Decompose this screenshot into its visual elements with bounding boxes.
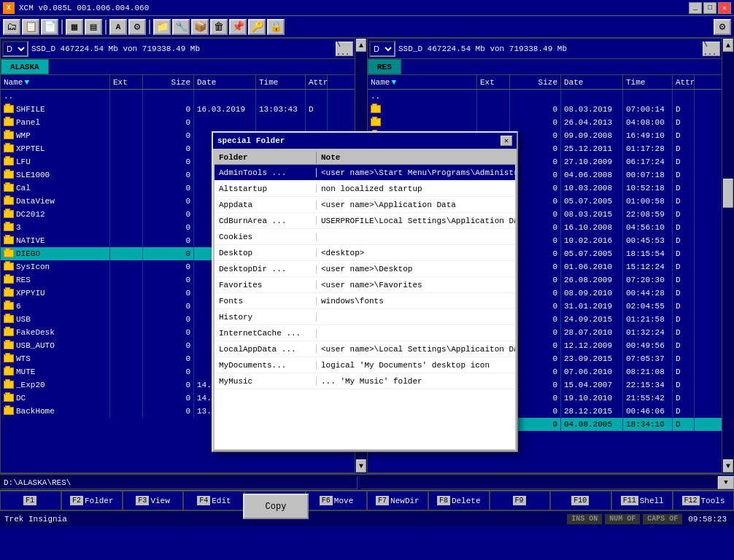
left-col-date[interactable]: Date	[194, 75, 256, 89]
dialog-row[interactable]: Desktop<desktop>	[215, 245, 515, 261]
dialog-row[interactable]: Altstartupnon localized startup	[215, 181, 515, 197]
fkey-f3[interactable]: F3View	[123, 491, 184, 510]
toolbar-btn-9[interactable]: 🔧	[172, 19, 190, 35]
toolbar-btn-1[interactable]: 🗂	[3, 19, 20, 35]
left-col-time[interactable]: Time	[256, 75, 306, 89]
dialog-close-button[interactable]: ✕	[501, 136, 512, 146]
toolbar-btn-12[interactable]: 📌	[229, 19, 247, 35]
dialog-row[interactable]: AdminTools ...<user name>\Start Menu\Pro…	[215, 165, 515, 181]
right-file-date: 09.09.2008	[561, 129, 623, 142]
path-expand-btn[interactable]: ▼	[718, 476, 734, 489]
toolbar-sep-3	[149, 20, 150, 34]
folder-icon	[4, 302, 14, 310]
toolbar-btn-5[interactable]: ▤	[85, 19, 102, 35]
dialog-row[interactable]: DesktopDir ...<user name>\Desktop	[215, 261, 515, 277]
copy-label: Copy	[266, 502, 287, 512]
num-badge: NUM OF	[605, 514, 640, 524]
right-col-name[interactable]: Name ▼	[368, 75, 477, 89]
dialog-row[interactable]: Fontswindows\fonts	[215, 293, 515, 309]
toolbar-btn-3[interactable]: 📄	[41, 19, 58, 35]
left-nav-btn[interactable]: \ ...	[336, 42, 353, 56]
toolbar-btn-8[interactable]: 📁	[153, 19, 171, 35]
dialog-row[interactable]: Appdata<user name>\Application Data	[215, 197, 515, 213]
right-nav-btn[interactable]: \ ...	[703, 42, 720, 56]
dialog-note-cell: <user name>\Desktop	[317, 265, 515, 273]
dialog-row[interactable]: InternetCache ...	[215, 325, 515, 341]
dialog-row[interactable]: History	[215, 309, 515, 325]
right-scrollbar[interactable]: ▲ ▼	[722, 38, 734, 473]
toolbar-btn-2[interactable]: 📋	[22, 19, 39, 35]
fkey-f6[interactable]: F6Move	[306, 491, 367, 510]
left-col-size[interactable]: Size	[143, 75, 194, 89]
right-col-time[interactable]: Time	[623, 75, 673, 89]
right-file-row[interactable]: ..	[368, 90, 722, 103]
toolbar-btn-settings[interactable]: ⚙	[714, 19, 731, 35]
scroll-up-btn[interactable]: ▲	[356, 39, 366, 52]
fkey-f12[interactable]: F12Tools	[673, 491, 734, 510]
right-col-size[interactable]: Size	[510, 75, 561, 89]
folder-icon	[4, 354, 14, 362]
right-tab-res[interactable]: RES	[368, 59, 401, 74]
toolbar-btn-10[interactable]: 📦	[191, 19, 209, 35]
status-bar: Trek Insignia INS ON NUM OF CAPS OF 09:5…	[0, 510, 734, 526]
left-file-attr	[306, 116, 328, 129]
left-file-row[interactable]: Panel0	[1, 116, 355, 129]
copy-button[interactable]: Copy	[243, 494, 309, 519]
close-button[interactable]: ✕	[718, 2, 731, 14]
right-scroll-thumb[interactable]	[723, 179, 733, 208]
right-scroll-down-btn[interactable]: ▼	[723, 459, 733, 472]
left-tab-alaska[interactable]: ALASKA	[1, 59, 49, 74]
right-scroll-up-btn[interactable]: ▲	[723, 39, 733, 52]
fkey-f8[interactable]: F8Delete	[428, 491, 490, 510]
right-file-row[interactable]: 026.04.201304:08:00D	[368, 116, 722, 129]
fkey-f9[interactable]: F9	[490, 491, 551, 510]
left-file-ext	[110, 195, 143, 208]
left-path-input[interactable]	[0, 476, 358, 489]
right-drive-select[interactable]: D C	[369, 41, 395, 57]
right-col-date[interactable]: Date	[561, 75, 623, 89]
left-file-size: 0	[143, 155, 194, 168]
right-col-attr[interactable]: Attr	[673, 75, 695, 89]
right-path-input[interactable]	[360, 476, 718, 489]
dialog-row[interactable]: Favorites<user name>\Favorites	[215, 277, 515, 293]
fkey-f7[interactable]: F7NewDir	[367, 491, 428, 510]
dialog-row[interactable]: MyMusic... 'My Music' folder	[215, 373, 515, 389]
dialog-row[interactable]: CdBurnArea ...USERPROFILE\Local Settings…	[215, 213, 515, 229]
toolbar-btn-13[interactable]: 🔑	[248, 19, 266, 35]
minimize-button[interactable]: _	[689, 2, 702, 14]
dialog-list[interactable]: AdminTools ...<user name>\Start Menu\Pro…	[215, 165, 515, 449]
right-file-attr: D	[673, 168, 695, 182]
toolbar-btn-14[interactable]: 🔒	[267, 19, 285, 35]
fkey-f11[interactable]: F11Shell	[611, 491, 673, 510]
dialog-row[interactable]: MyDocuments...logical 'My Documents' des…	[215, 357, 515, 373]
fkey-f2[interactable]: F2Folder	[61, 491, 123, 510]
right-file-name	[368, 103, 477, 116]
fkey-f10[interactable]: F10	[550, 491, 611, 510]
left-file-row[interactable]: ..	[1, 90, 355, 103]
left-col-name[interactable]: Name ▼	[1, 75, 110, 89]
toolbar-btn-11[interactable]: 🗑	[210, 19, 228, 35]
right-file-row[interactable]: 008.03.201907:00:14D	[368, 103, 722, 116]
folder-icon	[4, 368, 14, 376]
left-file-name: USB	[1, 313, 110, 326]
maximize-button[interactable]: □	[703, 2, 716, 14]
left-col-ext[interactable]: Ext	[110, 75, 143, 89]
dialog-row[interactable]: LocalAppData ...<user name>\Local Settin…	[215, 341, 515, 357]
fkey-f4[interactable]: F4Edit	[183, 491, 244, 510]
toolbar-btn-4[interactable]: ▦	[66, 19, 83, 35]
right-file-attr: D	[673, 195, 695, 208]
scroll-down-btn[interactable]: ▼	[356, 459, 366, 472]
left-file-date	[194, 90, 256, 103]
right-file-date: 31.01.2019	[561, 300, 623, 313]
folder-icon	[4, 171, 14, 179]
left-file-row[interactable]: SHFILE016.03.201913:03:43D	[1, 103, 355, 116]
fkey-f1[interactable]: F1	[0, 491, 61, 510]
right-col-ext[interactable]: Ext	[477, 75, 510, 89]
dialog-folder-cell: History	[215, 313, 317, 322]
toolbar-btn-7[interactable]: ⚙	[128, 19, 146, 35]
dialog-row[interactable]: Cookies	[215, 229, 515, 245]
toolbar-btn-6[interactable]: A	[109, 19, 127, 35]
right-file-date: 05.07.2005	[561, 195, 623, 208]
left-col-attr[interactable]: Attr	[306, 75, 328, 89]
left-drive-select[interactable]: D C	[2, 41, 28, 57]
